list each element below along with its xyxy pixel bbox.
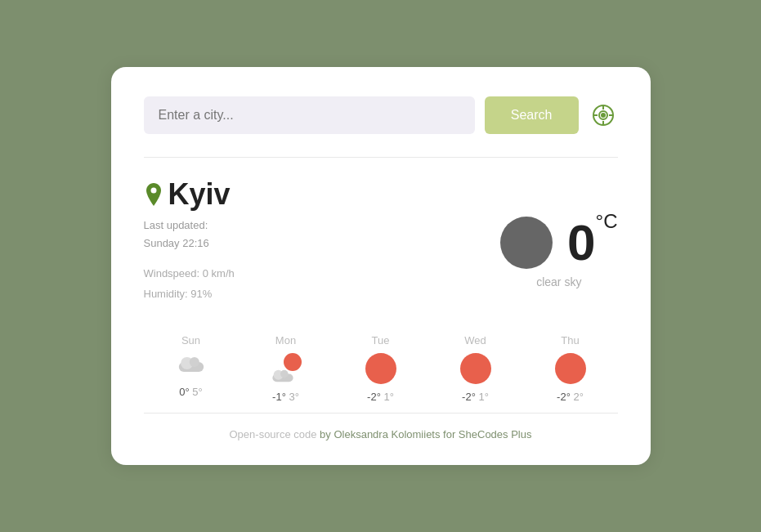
city-input[interactable] (144, 96, 475, 134)
forecast-day-tue: Tue-2° 1° (352, 334, 410, 403)
city-name: Kyiv (168, 177, 231, 212)
gps-icon (592, 104, 615, 127)
search-button[interactable]: Search (485, 96, 579, 134)
search-row: Search (144, 96, 618, 134)
cloud-icon (176, 353, 207, 376)
forecast-temps: -2° 1° (462, 391, 489, 403)
svg-point-10 (189, 357, 199, 367)
forecast-temps: 0° 5° (179, 386, 203, 398)
forecast-temps: -2° 1° (367, 391, 394, 403)
pin-icon (144, 183, 163, 206)
last-updated: Last updated: Sunday 22:16 (144, 217, 235, 253)
forecast-lo: -2° (462, 391, 476, 403)
partly-cloudy-icon (271, 353, 302, 384)
sun-icon (460, 353, 491, 384)
forecast-hi: 1° (478, 391, 488, 403)
forecast-hi: 2° (573, 391, 583, 403)
divider-top (144, 157, 618, 158)
forecast-divider (144, 413, 618, 414)
temperature-display: 0°C (567, 217, 617, 268)
svg-point-6 (601, 113, 606, 118)
forecast-hi: 5° (192, 386, 202, 398)
forecast-day-mon: Mon -1° 3° (257, 334, 315, 403)
forecast-lo: -2° (367, 391, 381, 403)
svg-point-7 (150, 188, 156, 194)
forecast-day-label: Sun (181, 334, 200, 346)
forecast-lo: -1° (272, 391, 286, 403)
footer-link[interactable]: by Oleksandra Kolomiiets for SheCodes Pl… (320, 428, 531, 440)
left-info: Last updated: Sunday 22:16 Windspeed: 0 … (144, 217, 235, 305)
weather-icon-moon (500, 217, 553, 269)
forecast-temps: -2° 2° (557, 391, 584, 403)
forecast-hi: 3° (289, 391, 298, 403)
right-weather: 0°C clear sky (500, 217, 617, 288)
weather-card: Search Kyiv Last updated: (111, 67, 651, 465)
city-row: Kyiv (144, 177, 618, 212)
sun-icon (555, 353, 586, 384)
weather-main: Last updated: Sunday 22:16 Windspeed: 0 … (144, 217, 618, 305)
forecast-section: Sun 0° 5°Mon -1° 3°Tue-2° 1°Wed-2° 1°Thu… (144, 334, 618, 414)
forecast-hi: 1° (383, 391, 393, 403)
forecast-temps: -1° 3° (272, 391, 299, 403)
forecast-lo: 0° (179, 386, 189, 398)
condition-text: clear sky (536, 275, 581, 288)
svg-point-13 (280, 370, 289, 378)
forecast-lo: -2° (557, 391, 571, 403)
forecast-day-label: Wed (464, 334, 486, 346)
forecast-day-thu: Thu-2° 2° (542, 334, 599, 403)
wind-humidity: Windspeed: 0 km/h Humidity: 91% (144, 264, 235, 304)
icon-temp-row: 0°C (500, 217, 617, 269)
forecast-day-wed: Wed-2° 1° (447, 334, 504, 403)
sun-icon (365, 353, 396, 384)
location-icon-button[interactable] (589, 101, 618, 130)
forecast-days: Sun 0° 5°Mon -1° 3°Tue-2° 1°Wed-2° 1°Thu… (144, 334, 618, 403)
footer: Open-source code by Oleksandra Kolomiiet… (144, 428, 618, 440)
forecast-day-label: Tue (372, 334, 390, 346)
forecast-day-sun: Sun 0° 5° (163, 334, 220, 403)
forecast-day-label: Thu (561, 334, 579, 346)
forecast-day-label: Mon (275, 334, 296, 346)
